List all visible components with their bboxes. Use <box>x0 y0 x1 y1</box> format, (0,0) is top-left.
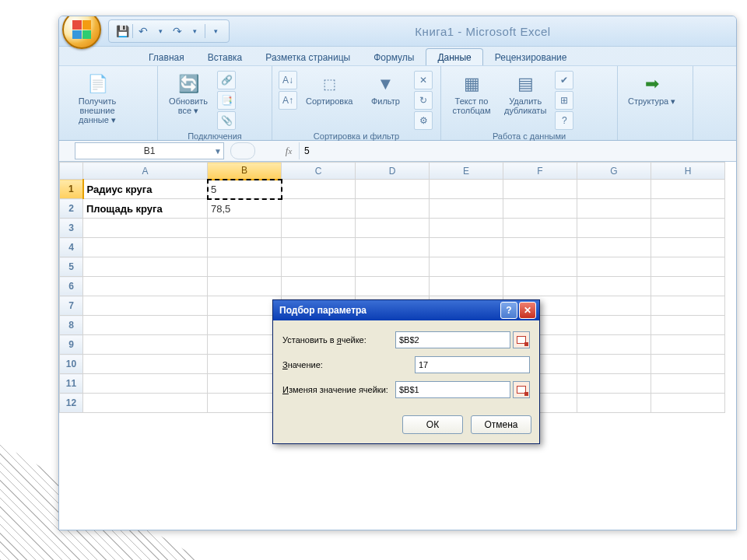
cell[interactable] <box>503 199 577 219</box>
cell[interactable] <box>503 219 577 238</box>
formula-input[interactable] <box>300 143 736 159</box>
filter-button[interactable]: ▼ Фильтр <box>361 69 409 108</box>
reapply-button[interactable]: ↻ <box>414 91 433 110</box>
consolidate-button[interactable]: ⊞ <box>555 91 573 110</box>
ok-button[interactable]: ОК <box>402 415 463 434</box>
row-header-6[interactable]: 6 <box>60 277 83 296</box>
cell[interactable] <box>430 219 503 238</box>
cell[interactable] <box>577 180 651 199</box>
cell[interactable] <box>503 180 577 199</box>
cell[interactable] <box>651 394 725 413</box>
cell-B2[interactable]: 78,5 <box>208 199 282 219</box>
cancel-button[interactable]: Отмена <box>471 415 531 434</box>
cell[interactable] <box>577 335 651 355</box>
cell[interactable] <box>503 257 577 277</box>
col-header-B[interactable]: B <box>208 163 282 180</box>
row-header-12[interactable]: 12 <box>60 394 83 413</box>
tab-pagelayout[interactable]: Разметка страницы <box>254 48 362 65</box>
col-header-E[interactable]: E <box>430 163 503 180</box>
cell[interactable] <box>651 180 725 199</box>
cell[interactable] <box>282 180 356 199</box>
tab-insert[interactable]: Вставка <box>196 48 254 65</box>
col-header-F[interactable]: F <box>503 163 577 180</box>
row-header-8[interactable]: 8 <box>60 316 83 335</box>
namebox-dropdown-icon[interactable]: ▼ <box>214 147 222 156</box>
tab-data[interactable]: Данные <box>426 48 482 65</box>
refresh-all-button[interactable]: 🔄 Обновитьвсе ▾ <box>164 69 212 117</box>
fx-button[interactable]: fx <box>279 142 300 159</box>
cell[interactable] <box>651 296 725 316</box>
row-header-10[interactable]: 10 <box>60 355 83 374</box>
text-to-columns-button[interactable]: ▦ Текст постолбцам <box>447 69 496 117</box>
undo-dropdown-icon[interactable]: ▾ <box>153 24 167 38</box>
cell[interactable] <box>577 374 651 394</box>
save-icon[interactable]: 💾 <box>115 24 129 38</box>
cell-B1[interactable]: 5 <box>208 180 282 199</box>
col-header-A[interactable]: A <box>83 163 208 180</box>
set-cell-ref-button[interactable] <box>513 331 530 348</box>
cell[interactable] <box>208 394 282 413</box>
cell[interactable] <box>651 374 725 394</box>
row-header-4[interactable]: 4 <box>60 238 83 257</box>
cell[interactable] <box>83 238 208 257</box>
cell[interactable] <box>282 277 356 296</box>
row-header-2[interactable]: 2 <box>60 199 83 219</box>
col-header-G[interactable]: G <box>577 163 651 180</box>
cell[interactable] <box>208 316 282 335</box>
changing-cell-input[interactable] <box>395 381 510 398</box>
cell[interactable] <box>282 238 356 257</box>
cell[interactable] <box>651 219 725 238</box>
qat-customize-icon[interactable]: ▾ <box>209 24 223 38</box>
cell[interactable] <box>651 277 725 296</box>
cell[interactable] <box>208 219 282 238</box>
cell[interactable] <box>83 335 208 355</box>
cell[interactable] <box>83 257 208 277</box>
cell[interactable] <box>208 335 282 355</box>
cell[interactable] <box>83 277 208 296</box>
office-button[interactable] <box>62 16 101 49</box>
cell[interactable] <box>83 355 208 374</box>
undo-icon[interactable]: ↶ <box>136 24 150 38</box>
redo-icon[interactable]: ↷ <box>170 24 184 38</box>
row-header-5[interactable]: 5 <box>60 257 83 277</box>
row-header-1[interactable]: 1 <box>60 180 83 199</box>
row-header-11[interactable]: 11 <box>60 374 83 394</box>
tab-home[interactable]: Главная <box>137 48 196 65</box>
remove-duplicates-button[interactable]: ▤ Удалитьдубликаты <box>500 69 550 117</box>
cell[interactable] <box>208 257 282 277</box>
cell[interactable] <box>430 180 503 199</box>
cell[interactable] <box>208 296 282 316</box>
cell[interactable] <box>430 238 503 257</box>
cell[interactable] <box>503 277 577 296</box>
cell[interactable] <box>356 199 430 219</box>
cell[interactable] <box>577 316 651 335</box>
connections-button[interactable]: 🔗 <box>217 71 236 89</box>
sort-asc-button[interactable]: A↓ <box>279 71 297 89</box>
tab-formulas[interactable]: Формулы <box>362 48 426 65</box>
cell[interactable] <box>577 355 651 374</box>
name-box[interactable]: B1 ▼ <box>75 142 224 159</box>
dialog-titlebar[interactable]: Подбор параметра ? ✕ <box>273 300 539 320</box>
dialog-help-button[interactable]: ? <box>500 302 517 319</box>
cell[interactable] <box>577 238 651 257</box>
cell[interactable] <box>356 277 430 296</box>
cell[interactable] <box>651 257 725 277</box>
cell[interactable] <box>282 199 356 219</box>
cell[interactable] <box>356 238 430 257</box>
cell[interactable] <box>430 199 503 219</box>
row-header-7[interactable]: 7 <box>60 296 83 316</box>
cell[interactable] <box>577 296 651 316</box>
editlinks-button[interactable]: 📎 <box>217 111 236 130</box>
changing-cell-ref-button[interactable] <box>513 381 530 398</box>
select-all-corner[interactable] <box>60 163 83 180</box>
cell[interactable] <box>356 257 430 277</box>
row-header-9[interactable]: 9 <box>60 335 83 355</box>
sort-button[interactable]: ⬚ Сортировка <box>302 69 356 108</box>
tab-review[interactable]: Рецензирование <box>483 48 579 65</box>
cell[interactable] <box>83 296 208 316</box>
cell[interactable] <box>430 277 503 296</box>
cell[interactable] <box>282 257 356 277</box>
dialog-close-button[interactable]: ✕ <box>519 302 536 319</box>
outline-button[interactable]: ➡ Структура ▾ <box>624 69 679 108</box>
col-header-H[interactable]: H <box>651 163 725 180</box>
